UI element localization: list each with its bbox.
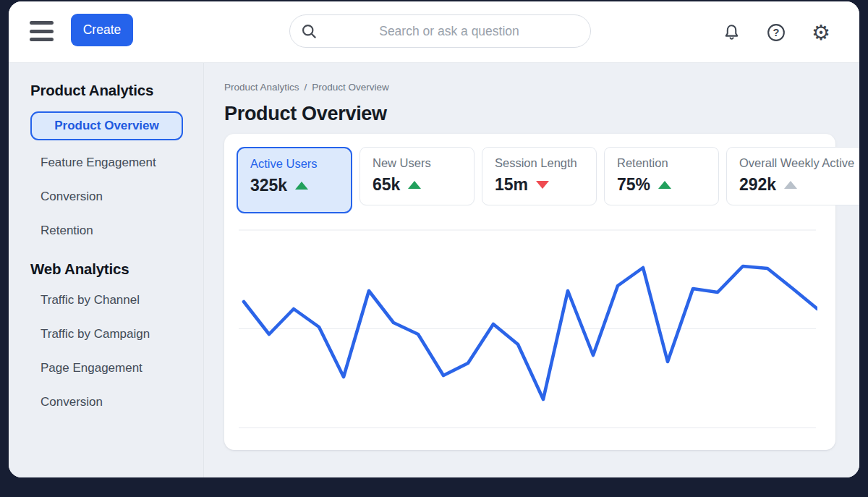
metric-value: 292k <box>739 175 776 195</box>
create-button[interactable]: Create <box>71 14 133 46</box>
notifications-bell-icon[interactable] <box>720 22 742 43</box>
help-icon[interactable]: ? <box>765 22 787 43</box>
sidebar-section-web-analytics: Web Analytics <box>30 260 203 278</box>
page-title: Product Overview <box>224 103 859 125</box>
svg-text:?: ? <box>773 27 780 38</box>
metric-card-session-length[interactable]: Session Length 15m <box>482 147 597 205</box>
metric-label: Retention <box>617 156 718 170</box>
line-chart-svg <box>239 216 817 440</box>
trend-down-icon <box>536 181 549 189</box>
breadcrumb-product-analytics[interactable]: Product Analytics <box>224 82 299 93</box>
metric-cards-row: Active Users 325k New Users 65k <box>237 147 859 213</box>
overview-panel: Active Users 325k New Users 65k <box>224 134 835 450</box>
metric-value: 15m <box>495 175 528 195</box>
metric-label: Overall Weekly Active <box>739 156 859 170</box>
trend-up-icon <box>408 181 421 189</box>
breadcrumb-separator: / <box>305 82 307 93</box>
settings-gear-icon[interactable]: ⚙ <box>810 22 832 43</box>
metric-value: 325k <box>250 176 287 195</box>
breadcrumb: Product Analytics / Product Overview <box>204 63 859 93</box>
trend-up-icon <box>784 181 797 189</box>
main-content: Product Analytics / Product Overview Pro… <box>204 63 859 477</box>
sidebar-section-product-analytics: Product Analytics <box>30 82 203 99</box>
sidebar-item-traffic-by-campaign[interactable]: Traffic by Campaign <box>9 317 203 351</box>
screen-background: Create <box>0 0 868 497</box>
active-users-line-chart <box>239 216 817 440</box>
search-icon <box>300 22 318 41</box>
sidebar-item-web-conversion[interactable]: Conversion <box>9 385 203 419</box>
metric-value: 65k <box>373 175 400 195</box>
sidebar-item-retention[interactable]: Retention <box>9 213 203 247</box>
trend-up-icon <box>295 182 308 190</box>
metric-label: Active Users <box>250 157 351 171</box>
metric-label: Session Length <box>495 156 596 170</box>
sidebar-item-product-overview[interactable]: Product Overview <box>30 111 183 140</box>
sidebar-item-feature-engagement[interactable]: Feature Engagement <box>9 145 203 179</box>
sidebar-item-page-engagement[interactable]: Page Engagement <box>9 351 203 385</box>
search-input[interactable] <box>318 23 580 40</box>
metric-card-retention[interactable]: Retention 75% <box>604 147 719 205</box>
metric-card-new-users[interactable]: New Users 65k <box>359 147 475 205</box>
search-bar[interactable] <box>289 14 591 48</box>
sidebar: Product Analytics Product Overview Featu… <box>9 63 204 477</box>
hamburger-menu-icon[interactable] <box>30 21 54 41</box>
metric-card-overall-weekly-active[interactable]: Overall Weekly Active 292k <box>726 147 859 205</box>
app-window: Create <box>9 1 859 477</box>
trend-up-icon <box>658 181 671 189</box>
metric-label: New Users <box>373 156 474 170</box>
breadcrumb-product-overview[interactable]: Product Overview <box>312 82 389 93</box>
topbar-icon-group: ? ⚙ <box>720 22 832 43</box>
sidebar-item-conversion[interactable]: Conversion <box>9 179 203 213</box>
metric-value: 75% <box>617 175 650 195</box>
metric-card-active-users[interactable]: Active Users 325k <box>237 147 352 213</box>
top-bar: Create <box>9 1 859 63</box>
sidebar-item-traffic-by-channel[interactable]: Traffic by Channel <box>9 283 203 317</box>
